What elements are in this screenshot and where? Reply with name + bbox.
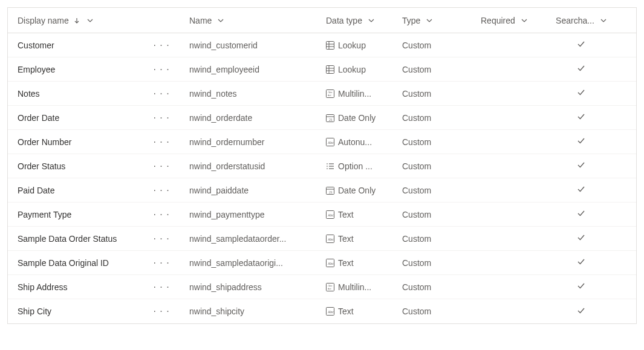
cell-display-name[interactable]: Sample Data Order Status [8, 234, 143, 244]
name-text: nwind_sampledataorder... [189, 234, 286, 244]
type-text: Custom [402, 186, 431, 195]
column-header-name[interactable]: Name [180, 16, 316, 25]
cell-display-name[interactable]: Order Status [8, 161, 143, 171]
text-icon [326, 235, 334, 243]
row-actions-button[interactable]: · · · [143, 186, 180, 195]
row-actions-button[interactable]: · · · [143, 89, 180, 99]
check-icon [577, 137, 585, 147]
table-row[interactable]: Order Date· · ·nwind_orderdateDate OnlyC… [8, 106, 636, 130]
table-row[interactable]: Paid Date· · ·nwind_paiddateDate OnlyCus… [8, 178, 636, 203]
cell-display-name[interactable]: Notes [8, 89, 143, 99]
data-type-text: Date Only [338, 186, 376, 195]
more-icon: · · · [153, 210, 169, 219]
display-name-text: Paid Date [18, 186, 54, 195]
lookup-icon [326, 41, 334, 50]
row-actions-button[interactable]: · · · [143, 210, 180, 219]
table-row[interactable]: Ship City· · ·nwind_shipcityTextCustom [8, 299, 636, 323]
table-row[interactable]: Order Number· · ·nwind_ordernumberAutonu… [8, 130, 636, 154]
column-label: Required [481, 16, 515, 25]
name-text: nwind_shipcity [189, 306, 244, 316]
cell-display-name[interactable]: Payment Type [8, 210, 143, 219]
table-row[interactable]: Employee· · ·nwind_employeeidLookupCusto… [8, 57, 636, 82]
check-icon [577, 40, 585, 50]
column-label: Searcha... [556, 16, 594, 25]
row-actions-button[interactable]: · · · [143, 65, 180, 74]
name-text: nwind_orderstatusid [189, 161, 265, 171]
cell-searchable [542, 233, 615, 244]
cell-name: nwind_sampledataorigi... [180, 258, 316, 268]
column-label: Data type [326, 16, 362, 25]
table-row[interactable]: Sample Data Original ID· · ·nwind_sample… [8, 251, 636, 275]
data-type-text: Lookup [338, 41, 366, 50]
name-text: nwind_paymenttype [189, 210, 265, 219]
cell-name: nwind_paiddate [180, 186, 316, 195]
cell-data-type: Lookup [316, 41, 392, 50]
row-actions-button[interactable]: · · · [143, 137, 180, 147]
table-row[interactable]: Sample Data Order Status· · ·nwind_sampl… [8, 227, 636, 251]
cell-display-name[interactable]: Customer [8, 41, 143, 50]
display-name-text: Order Status [18, 161, 65, 171]
cell-data-type: Text [316, 306, 392, 316]
cell-name: nwind_notes [180, 89, 316, 99]
check-icon [577, 306, 585, 317]
sort-descending-icon [74, 16, 80, 25]
cell-display-name[interactable]: Order Number [8, 137, 143, 147]
data-type-text: Multilin... [338, 282, 371, 292]
text-icon [326, 210, 334, 219]
cell-data-type: Date Only [316, 186, 392, 195]
cell-searchable [542, 258, 615, 268]
table-row[interactable]: Payment Type· · ·nwind_paymenttypeTextCu… [8, 203, 636, 227]
type-text: Custom [402, 161, 431, 171]
table-row[interactable]: Notes· · ·nwind_notesMultilin...Custom [8, 82, 636, 106]
row-actions-button[interactable]: · · · [143, 113, 180, 123]
display-name-text: Order Number [18, 137, 71, 147]
cell-data-type: Autonu... [316, 137, 392, 147]
row-actions-button[interactable]: · · · [143, 234, 180, 244]
cell-type: Custom [392, 41, 471, 50]
column-header-searchable[interactable]: Searcha... [542, 16, 615, 25]
row-actions-button[interactable]: · · · [143, 258, 180, 268]
cell-display-name[interactable]: Sample Data Original ID [8, 258, 143, 268]
check-icon [577, 209, 585, 219]
cell-type: Custom [392, 234, 471, 244]
row-actions-button[interactable]: · · · [143, 161, 180, 171]
name-text: nwind_paiddate [189, 186, 249, 195]
more-icon: · · · [153, 113, 169, 123]
column-header-data-type[interactable]: Data type [316, 16, 392, 25]
column-header-required[interactable]: Required [471, 16, 542, 25]
table-row[interactable]: Order Status· · ·nwind_orderstatusidOpti… [8, 154, 636, 178]
column-label: Type [402, 16, 420, 25]
chevron-down-icon [600, 18, 607, 24]
more-icon: · · · [153, 41, 169, 50]
column-header-type[interactable]: Type [392, 16, 471, 25]
cell-display-name[interactable]: Order Date [8, 113, 143, 123]
table-row[interactable]: Ship Address· · ·nwind_shipaddressMultil… [8, 275, 636, 299]
cell-display-name[interactable]: Paid Date [8, 186, 143, 195]
more-icon: · · · [153, 137, 169, 147]
cell-type: Custom [392, 89, 471, 99]
display-name-text: Employee [18, 65, 55, 74]
cell-display-name[interactable]: Ship City [8, 306, 143, 316]
cell-searchable [542, 306, 615, 317]
chevron-down-icon [87, 18, 93, 24]
row-actions-button[interactable]: · · · [143, 41, 180, 50]
row-actions-button[interactable]: · · · [143, 282, 180, 292]
cell-display-name[interactable]: Ship Address [8, 282, 143, 292]
row-actions-button[interactable]: · · · [143, 306, 180, 316]
name-text: nwind_sampledataorigi... [189, 258, 283, 268]
cell-name: nwind_shipcity [180, 306, 316, 316]
cell-name: nwind_paymenttype [180, 210, 316, 219]
cell-type: Custom [392, 258, 471, 268]
more-icon: · · · [153, 234, 169, 244]
more-icon: · · · [153, 306, 169, 316]
check-icon [577, 233, 585, 244]
autonum-icon [326, 138, 334, 146]
cell-data-type: Multilin... [316, 89, 392, 99]
more-icon: · · · [153, 161, 169, 171]
cell-display-name[interactable]: Employee [8, 65, 143, 74]
table-row[interactable]: Customer· · ·nwind_customeridLookupCusto… [8, 33, 636, 57]
multiline-icon [326, 283, 334, 291]
data-type-text: Text [338, 306, 354, 316]
column-header-display-name[interactable]: Display name [8, 16, 143, 25]
option-icon [326, 162, 334, 170]
